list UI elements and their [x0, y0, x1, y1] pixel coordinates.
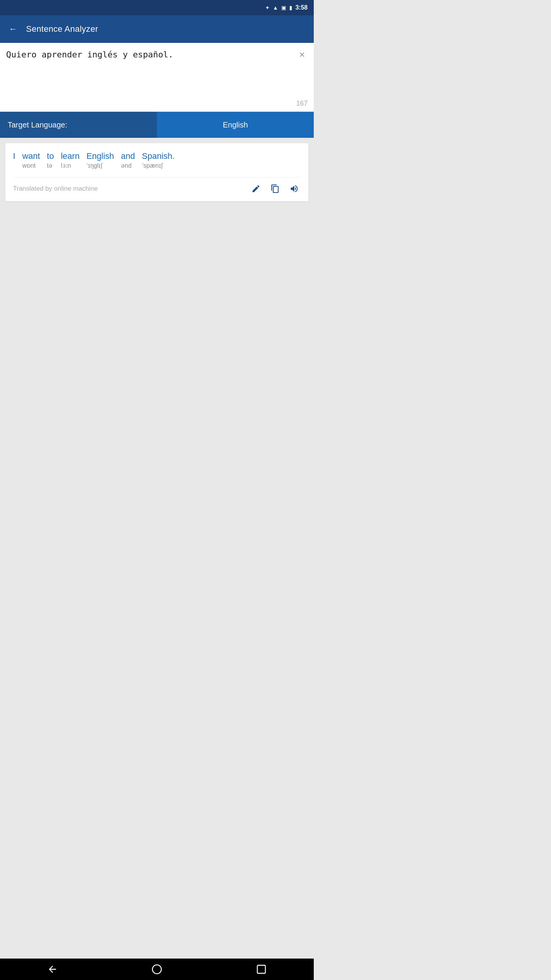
word-item[interactable]: I — [13, 151, 15, 170]
char-count: 167 — [296, 100, 308, 108]
back-arrow-icon: ← — [9, 24, 17, 34]
clear-button[interactable]: ✕ — [296, 49, 308, 60]
word-item[interactable]: totə — [47, 151, 54, 170]
page-title: Sentence Analyzer — [26, 24, 98, 34]
word-phonetic: ˈɪŋglɪʃ — [86, 162, 103, 170]
signal-icon: ▲ — [273, 5, 278, 11]
sentence-input[interactable]: Quiero aprender inglés y español. — [6, 49, 308, 95]
word-text: learn — [61, 151, 80, 162]
status-bar: ✦ ▲ ▣ ▮ 3:58 — [0, 0, 314, 15]
word-item[interactable]: andənd — [121, 151, 135, 170]
copy-icon[interactable] — [269, 182, 282, 195]
word-item[interactable]: Englishˈɪŋglɪʃ — [86, 151, 114, 170]
word-phonetic: wɒnt — [22, 162, 36, 170]
translated-by-text: Translated by online machine — [13, 185, 98, 193]
translation-footer: Translated by online machine — [13, 177, 301, 195]
main-content: IwantwɒnttotəlearnlɜːnEnglishˈɪŋglɪʃandə… — [0, 138, 314, 524]
word-phonetic: ənd — [121, 162, 132, 170]
word-phonetic: ˈspænɪʃ — [142, 162, 163, 170]
back-button[interactable]: ← — [6, 22, 20, 36]
word-text: want — [22, 151, 40, 162]
word-grid: IwantwɒnttotəlearnlɜːnEnglishˈɪŋglɪʃandə… — [13, 151, 301, 171]
word-text: to — [47, 151, 54, 162]
status-icons: ✦ ▲ ▣ ▮ 3:58 — [265, 4, 308, 11]
word-text: English — [86, 151, 114, 162]
edit-icon[interactable] — [249, 182, 262, 195]
result-card: IwantwɒnttotəlearnlɜːnEnglishˈɪŋglɪʃandə… — [5, 143, 308, 201]
target-language-bar: Target Language: English — [0, 112, 314, 138]
target-language-label: Target Language: — [0, 112, 157, 138]
audio-icon[interactable] — [288, 182, 301, 195]
word-text: I — [13, 151, 15, 162]
footer-icons — [249, 182, 301, 195]
status-time: 3:58 — [295, 4, 308, 11]
bluetooth-icon: ✦ — [265, 5, 270, 11]
target-language-button[interactable]: English — [157, 112, 314, 138]
sim-icon: ▣ — [281, 5, 286, 11]
word-phonetic: lɜːn — [61, 162, 71, 170]
word-item[interactable]: learnlɜːn — [61, 151, 80, 170]
toolbar: ← Sentence Analyzer — [0, 15, 314, 43]
word-text: Spanish. — [142, 151, 175, 162]
battery-icon: ▮ — [289, 5, 292, 11]
sentence-input-container: Quiero aprender inglés y español. ✕ 167 — [0, 43, 314, 112]
word-phonetic: tə — [47, 162, 52, 170]
word-item[interactable]: Spanish.ˈspænɪʃ — [142, 151, 175, 170]
word-item[interactable]: wantwɒnt — [22, 151, 40, 170]
word-text: and — [121, 151, 135, 162]
